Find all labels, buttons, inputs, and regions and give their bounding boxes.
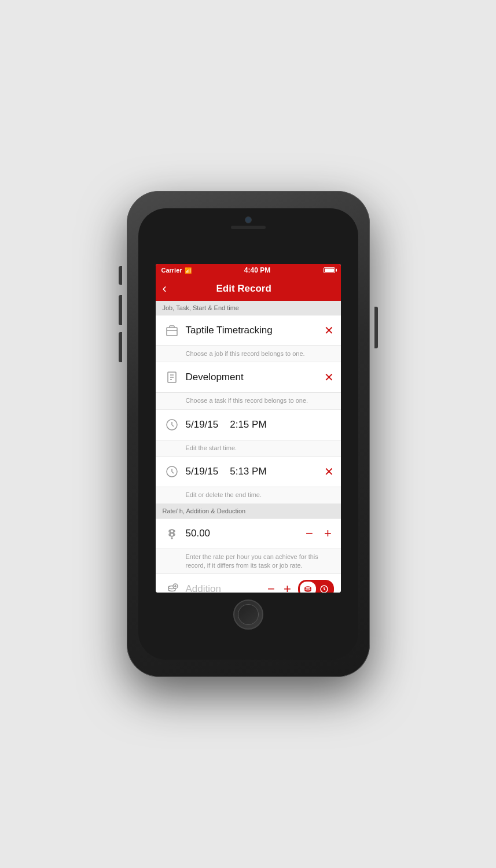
home-button[interactable] (233, 599, 263, 630)
phone-body: Carrier 📶 4:40 PM ‹ Edit Record (138, 208, 358, 660)
rate-row[interactable]: 50.00 − + (156, 518, 341, 549)
navigation-bar: ‹ Edit Record (156, 277, 341, 301)
task-row[interactable]: Development ✕ (156, 362, 341, 393)
addition-row[interactable]: Addition − + (156, 574, 341, 593)
section2-header: Rate/ h, Addition & Deduction (156, 504, 341, 518)
addition-money-toggle[interactable] (300, 582, 316, 593)
end-time-icon (163, 462, 181, 481)
section1-header: Job, Task, Start & End time (156, 301, 341, 315)
job-value: Taptile Timetracking (186, 325, 273, 336)
clock-icon (319, 584, 329, 593)
svg-point-17 (305, 587, 311, 589)
job-icon (163, 321, 181, 340)
addition-decrease-button[interactable]: − (266, 582, 277, 593)
coins-icon (303, 584, 313, 593)
task-hint: Choose a task if this record belongs to … (156, 393, 341, 409)
phone-frame: Carrier 📶 4:40 PM ‹ Edit Record (127, 191, 370, 677)
status-bar: Carrier 📶 4:40 PM (156, 264, 341, 277)
task-value: Development (186, 372, 244, 382)
end-date-value: 5/19/15 (186, 466, 219, 477)
addition-icon (163, 580, 181, 593)
screen: Carrier 📶 4:40 PM ‹ Edit Record (156, 264, 341, 593)
job-hint: Choose a job if this record belongs to o… (156, 346, 341, 362)
addition-increase-button[interactable]: + (282, 582, 293, 593)
task-clear-button[interactable]: ✕ (319, 370, 334, 384)
carrier-label: Carrier (161, 267, 182, 274)
end-time-value: 5:13 PM (230, 466, 266, 477)
wifi-icon: 📶 (185, 267, 192, 274)
mute-button[interactable] (119, 266, 122, 285)
task-value-container: Development (186, 372, 319, 383)
job-row[interactable]: Taptile Timetracking ✕ (156, 315, 341, 346)
battery-icon (324, 267, 335, 273)
start-time-icon (163, 415, 181, 434)
start-date-value: 5/19/15 (186, 419, 219, 431)
earpiece-speaker (231, 226, 266, 229)
back-button[interactable]: ‹ (163, 281, 171, 296)
rate-controls: − + (304, 526, 334, 541)
home-button-inner (238, 604, 259, 625)
addition-time-toggle[interactable] (316, 582, 332, 593)
end-time-clear-button[interactable]: ✕ (319, 465, 334, 479)
time-display: 4:40 PM (244, 266, 270, 274)
start-time-hint: Edit the start time. (156, 440, 341, 457)
start-time-value: 2:15 PM (230, 419, 266, 431)
job-clear-button[interactable]: ✕ (319, 323, 334, 337)
rate-hint: Enter the rate per hour you can achieve … (156, 549, 341, 575)
task-icon (163, 368, 181, 387)
form-content: Job, Task, Start & End time Taptile Time… (156, 301, 341, 593)
status-left: Carrier 📶 (161, 267, 192, 274)
svg-point-10 (171, 538, 172, 539)
volume-up-button[interactable] (119, 295, 122, 325)
addition-value-container: Addition (186, 583, 266, 593)
end-time-row[interactable]: 5/19/15 5:13 PM ✕ (156, 457, 341, 487)
rate-value-container: 50.00 (186, 528, 304, 539)
start-time-row[interactable]: 5/19/15 2:15 PM (156, 410, 341, 440)
addition-type-toggle[interactable] (298, 580, 334, 593)
rate-icon (163, 524, 181, 543)
addition-controls: − + (266, 580, 334, 593)
battery-fill (325, 269, 334, 272)
job-value-container: Taptile Timetracking (186, 325, 319, 336)
power-button[interactable] (374, 307, 378, 348)
front-camera (245, 216, 252, 223)
svg-rect-0 (167, 328, 177, 336)
page-title: Edit Record (171, 283, 317, 295)
status-right (324, 267, 335, 273)
rate-value: 50.00 (186, 528, 211, 539)
rate-decrease-button[interactable]: − (304, 526, 315, 541)
addition-placeholder: Addition (186, 583, 221, 593)
volume-down-button[interactable] (119, 332, 122, 362)
end-time-hint: Edit or delete the end time. (156, 487, 341, 503)
rate-increase-button[interactable]: + (322, 526, 334, 541)
